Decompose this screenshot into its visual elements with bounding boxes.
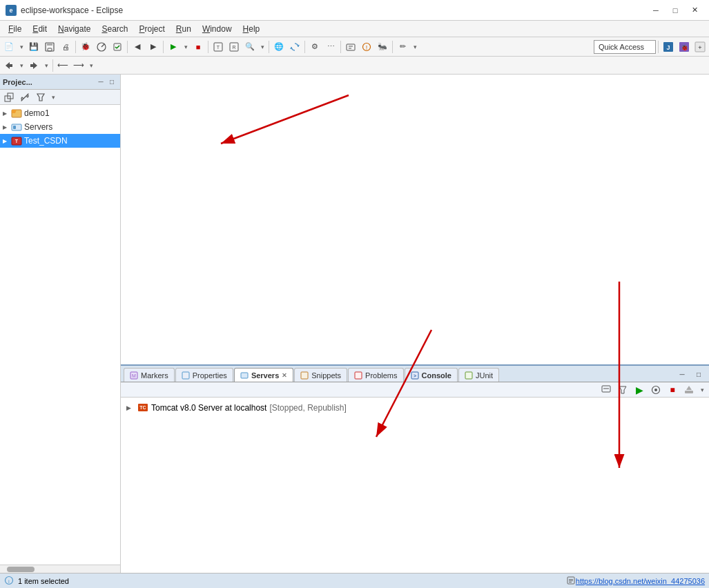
horizontal-scrollbar[interactable] (0, 565, 120, 573)
tb2-nav-forward[interactable]: ⟶ (71, 58, 86, 73)
tab-servers[interactable]: Servers ✕ (234, 368, 293, 382)
panel-minimize-button[interactable]: ─ (95, 77, 106, 88)
tab-problems[interactable]: Problems (348, 368, 403, 382)
status-link[interactable]: https://blog.csdn.net/weixin_44275036 (576, 577, 705, 585)
svg-rect-36 (13, 126, 16, 129)
tb-task-button[interactable] (343, 39, 358, 55)
tb-next-button[interactable]: ▶ (146, 39, 161, 55)
pt-view-menu[interactable]: ▾ (49, 90, 57, 105)
bottom-panel: M Markers Properties Servers ✕ Snip (121, 364, 709, 558)
bt-start[interactable]: ▶ (632, 382, 647, 398)
app-window: e eclipse-workspace - Eclipse ─ □ ✕ File… (0, 0, 709, 588)
bt-stop[interactable]: ■ (665, 382, 680, 398)
tb-globe-button[interactable]: 🌐 (271, 39, 286, 55)
toolbar-row1: 📄 ▾ 💾 🖨 🐞 ◀ ▶ ▶ ▾ ■ T R 🔍 ▾ (0, 37, 709, 57)
tb-pencil-button[interactable]: ✏ (395, 39, 410, 55)
tb-perspective-open[interactable]: + (692, 39, 708, 55)
tree-item-test-csdn-label: Test_CSDN (24, 136, 68, 146)
svg-marker-50 (619, 386, 626, 393)
menu-project[interactable]: Project (133, 21, 170, 37)
server-item-tomcat[interactable]: ▶ TC Tomcat v8.0 Server at localhost [St… (124, 400, 706, 415)
tb-stop-button[interactable]: ■ (191, 39, 206, 55)
tb-open-res-button[interactable]: R (226, 39, 242, 55)
pt-link-editor[interactable] (17, 90, 32, 105)
tb-run-dropdown[interactable]: ▾ (182, 39, 190, 55)
tb-perspective-java[interactable]: J (661, 39, 676, 55)
tb-refresh-button[interactable] (287, 39, 302, 55)
tb-search-button[interactable]: 🔍 (242, 39, 258, 55)
quick-access-input[interactable]: Quick Access (594, 40, 656, 54)
tb-prev-button[interactable]: ◀ (130, 39, 145, 55)
menu-search[interactable]: Search (96, 21, 133, 37)
tb2-forward-dropdown[interactable]: ▾ (42, 58, 50, 73)
tb2-nav-dropdown[interactable]: ▾ (87, 58, 95, 73)
selection-icon: i (4, 576, 14, 587)
svg-marker-54 (686, 386, 692, 390)
tb-save-button[interactable]: 💾 (26, 39, 41, 55)
tab-markers[interactable]: M Markers (124, 368, 175, 382)
panel-maximize-button[interactable]: □ (106, 77, 117, 88)
tb-search-dropdown[interactable]: ▾ (258, 39, 266, 55)
bt-filter[interactable] (615, 382, 630, 398)
bt-options[interactable] (648, 382, 663, 398)
tb2-forward-button[interactable] (26, 58, 41, 73)
bt-publish[interactable] (681, 382, 697, 398)
menu-help[interactable]: Help (237, 21, 266, 37)
bt-collapse[interactable] (599, 382, 614, 398)
tb-debug-button[interactable]: 🐞 (78, 39, 93, 55)
tb-sep7 (340, 41, 341, 53)
menu-edit[interactable]: Edit (27, 21, 52, 37)
tab-snippets[interactable]: Snippets (294, 368, 347, 382)
tb2-nav-back[interactable]: ⟵ (55, 58, 70, 73)
svg-text:T: T (15, 139, 19, 144)
tree-item-demo1[interactable]: ▶ demo1 (0, 106, 120, 120)
tb-profile-button[interactable] (94, 39, 109, 55)
bottom-minimize-button[interactable]: ─ (674, 366, 690, 382)
scroll-thumb[interactable] (7, 567, 35, 572)
tb-open-type-button[interactable]: T (211, 39, 226, 55)
menu-navigate[interactable]: Navigate (52, 21, 96, 37)
demo1-icon (11, 108, 22, 119)
bottom-maximize-button[interactable]: □ (691, 366, 706, 382)
tb-new-dropdown[interactable]: ▾ (17, 39, 26, 55)
tb2-back-button[interactable] (1, 58, 17, 73)
tb-saveall-button[interactable] (42, 39, 57, 55)
bottom-tabs: M Markers Properties Servers ✕ Snip (121, 366, 709, 382)
bottom-toolbar: ▶ ■ ▾ (121, 382, 709, 398)
tb-perspective-debug[interactable]: 🐞 (677, 39, 692, 55)
maximize-button[interactable]: □ (666, 3, 684, 18)
menu-file[interactable]: File (3, 21, 27, 37)
tab-servers-label: Servers (251, 371, 279, 380)
tb-print-button[interactable]: 🖨 (58, 39, 73, 55)
server-expand-icon: ▶ (126, 404, 135, 411)
tab-servers-close[interactable]: ✕ (282, 372, 287, 379)
minimize-button[interactable]: ─ (647, 3, 665, 18)
tb2-back-dropdown[interactable]: ▾ (17, 58, 26, 73)
pt-collapse-all[interactable] (1, 90, 17, 105)
bt-more-dropdown[interactable]: ▾ (698, 382, 706, 398)
servers-icon (11, 121, 22, 133)
tab-properties[interactable]: Properties (175, 368, 233, 382)
svg-line-31 (23, 96, 26, 99)
tb-run-button[interactable]: ▶ (166, 39, 181, 55)
tb-problems-button[interactable]: ! (359, 39, 374, 55)
panel-title: Projec... (3, 78, 95, 86)
pt-filter[interactable] (33, 90, 48, 105)
tab-junit[interactable]: JUnit (458, 368, 499, 382)
menu-run[interactable]: Run (171, 21, 197, 37)
svg-marker-12 (297, 45, 300, 47)
server-item-icon: TC (137, 402, 148, 415)
tree-item-servers[interactable]: ▶ Servers (0, 120, 120, 134)
svg-text:!: ! (366, 44, 368, 51)
left-panel: Projec... ─ □ ▾ ▶ (0, 75, 121, 573)
tb-sync-button[interactable]: ⚙ (307, 39, 322, 55)
tb-ant-button[interactable]: 🐜 (375, 39, 390, 55)
tb-coverage-button[interactable] (110, 39, 125, 55)
tb-more-button[interactable]: ⋯ (323, 39, 338, 55)
close-button[interactable]: ✕ (686, 3, 703, 18)
tab-console[interactable]: > Console (405, 368, 458, 382)
menu-window[interactable]: Window (197, 21, 237, 37)
tb-new-button[interactable]: 📄 (1, 39, 17, 55)
tb-pencil-dropdown[interactable]: ▾ (411, 39, 419, 55)
tree-item-test-csdn[interactable]: ▶ T Test_CSDN (0, 134, 120, 148)
